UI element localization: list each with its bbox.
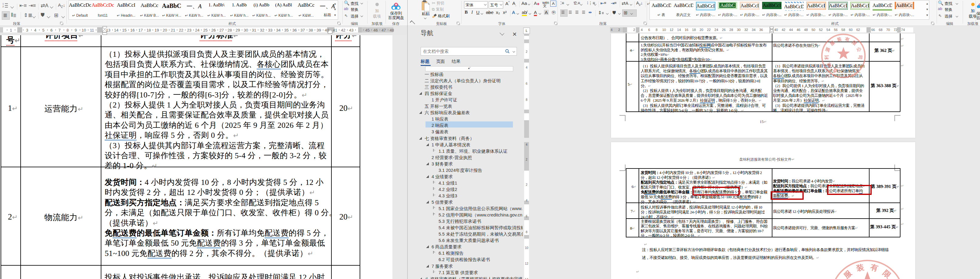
svg-text:利: 利 (824, 55, 829, 60)
svg-text:公: 公 (856, 46, 862, 53)
svg-text:限: 限 (881, 269, 892, 279)
svg-text:有: 有 (870, 263, 879, 273)
svg-text:装: 装 (837, 37, 842, 42)
svg-text:锦: 锦 (826, 62, 832, 68)
svg-text:有: 有 (844, 37, 850, 42)
svg-text:司: 司 (858, 55, 863, 60)
svg-text:装: 装 (856, 263, 865, 273)
svg-text:源: 源 (825, 46, 831, 53)
svg-text:限: 限 (851, 40, 858, 47)
svg-text:盘: 盘 (832, 67, 838, 74)
svg-text:服: 服 (829, 40, 836, 47)
svg-text:服: 服 (842, 269, 853, 279)
